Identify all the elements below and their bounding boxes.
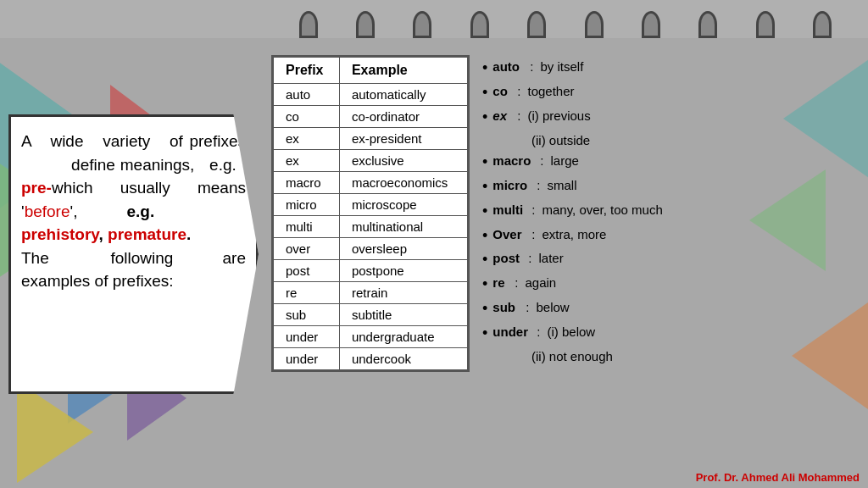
- word-before: before: [25, 202, 70, 220]
- def-value: small: [547, 175, 576, 195]
- def-colon: :: [537, 322, 540, 341]
- def-item: •under:(i) below: [482, 322, 860, 346]
- bullet-point: •: [482, 57, 487, 80]
- prefix-cell: re: [274, 282, 340, 304]
- def-value: (ii) not enough: [531, 347, 613, 366]
- ring-6: [585, 11, 604, 38]
- example-cell: oversleep: [339, 238, 467, 260]
- prefix-cell: under: [274, 326, 340, 348]
- eg-label: e.g.: [127, 202, 155, 220]
- bullet-point: •: [482, 273, 487, 297]
- def-key: multi: [492, 200, 528, 219]
- ring-2: [356, 11, 375, 38]
- example-cell: ex-president: [339, 128, 467, 150]
- def-colon: :: [530, 57, 533, 76]
- example-cell: undergraduate: [339, 326, 467, 348]
- bullet-point: •: [482, 297, 487, 321]
- prefix-cell: under: [274, 348, 340, 370]
- def-item: •re:again: [482, 273, 860, 297]
- prefix-cell: sub: [274, 304, 340, 326]
- table-row: exex-president: [274, 128, 468, 150]
- def-colon: :: [540, 151, 543, 170]
- def-colon: :: [528, 248, 531, 268]
- def-item: •co:together: [482, 81, 860, 105]
- ring-7: [642, 11, 660, 38]
- def-item: (ii) not enough: [482, 347, 860, 366]
- ring-8: [698, 11, 717, 38]
- table-row: underundercook: [274, 348, 468, 370]
- def-key: auto: [492, 57, 526, 76]
- example-cell: co-ordinator: [339, 106, 467, 128]
- def-value: (i) previous: [527, 106, 590, 125]
- word-premature: premature: [108, 225, 186, 243]
- def-key: re: [492, 273, 511, 292]
- def-key: ex: [492, 106, 514, 125]
- example-cell: multinational: [339, 216, 467, 238]
- table-row: macromacroeconomics: [274, 172, 468, 194]
- def-key: macro: [492, 151, 537, 170]
- col-header-example: Example: [339, 58, 467, 84]
- table-row: coco-ordinator: [274, 106, 468, 128]
- table-row: autoautomatically: [274, 84, 468, 106]
- word-prehistory: prehistory: [21, 225, 99, 243]
- main-content: A wide variety of prefixes define meanin…: [0, 38, 868, 488]
- def-value: together: [527, 81, 574, 101]
- bullet-point: •: [482, 81, 487, 105]
- def-colon: :: [531, 200, 535, 219]
- table-row: reretrain: [274, 282, 468, 304]
- example-cell: postpone: [339, 260, 467, 282]
- def-key: Over: [492, 225, 528, 244]
- ring-5: [527, 11, 546, 38]
- prefix-cell: macro: [274, 172, 340, 194]
- prefix-cell: micro: [274, 194, 340, 216]
- notebook-rings: [263, 0, 868, 38]
- intro-text: A wide variety of prefixes define meanin…: [21, 132, 246, 290]
- prefix-cell: over: [274, 238, 340, 260]
- period-end: .: [186, 225, 191, 243]
- def-item: •auto:by itself: [482, 57, 860, 80]
- example-cell: microscope: [339, 194, 467, 216]
- comma-separator: ,: [99, 225, 108, 243]
- def-value: by itself: [540, 57, 583, 76]
- def-key: micro: [492, 175, 533, 195]
- bullet-point: •: [482, 151, 487, 175]
- def-colon: :: [537, 175, 540, 195]
- table-row: exexclusive: [274, 150, 468, 172]
- def-key: post: [492, 248, 525, 268]
- def-item: •macro:large: [482, 151, 860, 175]
- col-header-prefix: Prefix: [274, 58, 340, 84]
- prefix-pre: pre-: [21, 179, 52, 197]
- prefix-table: Prefix Example autoautomaticallycoco-ord…: [273, 57, 468, 370]
- def-item: •multi:many, over, too much: [482, 200, 860, 224]
- table-row: subsubtitle: [274, 304, 468, 326]
- prefix-cell: auto: [274, 84, 340, 106]
- ring-3: [413, 11, 431, 38]
- ring-1: [299, 11, 318, 38]
- example-cell: subtitle: [339, 304, 467, 326]
- bullet-point: •: [482, 106, 487, 130]
- def-item: •Over:extra, more: [482, 225, 860, 248]
- table-row: underundergraduate: [274, 326, 468, 348]
- bullet-point: •: [482, 225, 487, 248]
- def-colon: :: [517, 106, 520, 125]
- table-row: overoversleep: [274, 238, 468, 260]
- def-item: •ex:(i) previous: [482, 106, 860, 130]
- def-colon: :: [517, 81, 520, 101]
- example-cell: exclusive: [339, 150, 467, 172]
- table-row: postpostpone: [274, 260, 468, 282]
- table-row: micromicroscope: [274, 194, 468, 216]
- bullet-point: •: [482, 248, 487, 272]
- def-value: many, over, too much: [542, 200, 662, 219]
- ring-10: [813, 11, 832, 38]
- def-item: (ii) outside: [482, 130, 860, 150]
- footer-credit: Prof. Dr. Ahmed Ali Mohammed: [696, 471, 860, 484]
- bullet-point: •: [482, 322, 487, 346]
- example-cell: undercook: [339, 348, 467, 370]
- prefix-cell: multi: [274, 216, 340, 238]
- prefix-cell: ex: [274, 150, 340, 172]
- def-value: below: [536, 297, 569, 317]
- def-value: later: [538, 248, 563, 268]
- def-item: •micro:small: [482, 175, 860, 199]
- example-cell: automatically: [339, 84, 467, 106]
- def-value: (i) below: [547, 322, 595, 341]
